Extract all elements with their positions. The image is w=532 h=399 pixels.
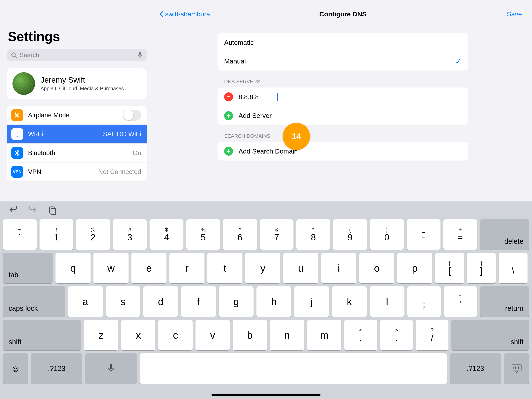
dns-option-manual[interactable]: Manual ✓ [217,52,468,71]
sidebar-item-vpn[interactable]: VPN VPN Not Connected [7,162,147,181]
key-\[interactable]: |\ [499,253,527,283]
clipboard-button[interactable] [48,206,57,215]
key-q[interactable]: q [56,253,90,283]
key-l[interactable]: l [370,286,405,317]
key-3[interactable]: #3 [113,219,147,250]
key-/[interactable]: ?/ [416,320,449,350]
key--[interactable]: _- [407,219,440,250]
key-.[interactable]: >. [380,320,413,350]
sidebar-item-bluetooth[interactable]: Bluetooth On [7,143,147,162]
add-search-domain-row[interactable]: Add Search Domain [217,142,468,161]
key-a[interactable]: a [68,286,103,317]
key-k[interactable]: k [332,286,367,317]
key-][interactable]: }] [467,253,496,283]
key-b[interactable]: b [233,320,267,350]
avatar [13,72,35,95]
dictate-icon[interactable] [137,52,143,59]
key-h[interactable]: h [256,286,291,317]
back-label: swift-shambura [165,10,210,18]
key-e[interactable]: e [132,253,166,283]
key-dictate[interactable] [85,354,137,384]
back-button[interactable]: swift-shambura [158,10,210,18]
key-o[interactable]: o [359,253,394,283]
content-pane: swift-shambura Configure DNS Save Automa… [154,0,532,201]
key-i[interactable]: i [321,253,356,283]
sidebar-item-airplane[interactable]: Airplane Mode [7,106,147,124]
airplane-icon [11,109,23,121]
dns-server-input[interactable] [239,93,278,101]
account-name: Jeremy Swift [40,76,124,84]
undo-button[interactable] [9,206,18,215]
search-input[interactable] [19,51,137,59]
key-n[interactable]: n [270,320,304,350]
key-[[interactable]: {[ [435,253,464,283]
key-emoji[interactable]: ☺ [3,354,28,384]
key-`[interactable]: ~` [3,219,37,250]
redo-button[interactable] [28,206,37,215]
key-7[interactable]: &7 [260,219,294,250]
key-shift-left[interactable]: shift [3,320,81,350]
key-,[interactable]: <, [344,320,377,350]
key-1[interactable]: !1 [39,219,73,250]
remove-icon[interactable] [224,92,233,101]
key-num-right[interactable]: .?123 [450,354,501,384]
key-c[interactable]: c [158,320,193,350]
key-0[interactable]: )0 [370,219,404,250]
key-tab[interactable]: tab [3,253,53,283]
key-;[interactable]: :; [407,286,441,317]
settings-title: Settings [8,29,147,44]
key-x[interactable]: x [121,320,155,350]
key-capslock[interactable]: caps lock [3,286,65,317]
key-6[interactable]: ^6 [223,219,257,250]
key-t[interactable]: t [207,253,242,283]
key-space[interactable] [140,354,447,384]
key-d[interactable]: d [143,286,178,317]
key-8[interactable]: *8 [296,219,330,250]
key-num-left[interactable]: .?123 [31,354,82,384]
key-5[interactable]: %5 [186,219,220,250]
airplane-toggle[interactable] [123,110,141,121]
key-g[interactable]: g [219,286,254,317]
airplane-label: Airplane Mode [28,111,123,119]
key-u[interactable]: u [283,253,318,283]
key-'[interactable]: "' [443,286,477,317]
key-9[interactable]: (9 [333,219,367,250]
key-dismiss[interactable] [504,354,529,384]
save-button[interactable]: Save [507,10,522,18]
key-4[interactable]: $4 [150,219,184,250]
key-return[interactable]: return [480,286,529,317]
search-field[interactable] [7,49,147,61]
wifi-label: Wi-Fi [28,130,103,138]
dns-server-row[interactable] [217,87,468,106]
dns-option-automatic[interactable]: Automatic [217,33,468,52]
bluetooth-label: Bluetooth [28,149,133,157]
key-p[interactable]: p [397,253,432,283]
search-domains-header: SEARCH DOMAINS [224,133,468,139]
key-r[interactable]: r [169,253,204,283]
key-m[interactable]: m [307,320,341,350]
key-s[interactable]: s [106,286,141,317]
key-j[interactable]: j [294,286,329,317]
key-=[interactable]: += [443,219,477,250]
sidebar-item-wifi[interactable]: Wi-Fi SALIDO WiFi [7,124,147,143]
add-icon[interactable] [224,111,233,120]
bluetooth-value: On [133,149,141,157]
text-cursor [277,93,278,101]
annotation-badge: 14 [283,123,310,150]
page-title: Configure DNS [154,10,532,18]
add-server-row[interactable]: Add Server [217,106,468,125]
key-y[interactable]: y [245,253,280,283]
key-f[interactable]: f [181,286,216,317]
key-shift-right[interactable]: shift [451,320,529,350]
home-indicator [211,394,321,396]
vpn-value: Not Connected [98,168,141,175]
key-w[interactable]: w [94,253,128,283]
account-card[interactable]: Jeremy Swift Apple ID, iCloud, Media & P… [7,68,147,99]
bluetooth-icon [11,147,23,159]
key-z[interactable]: z [84,320,118,350]
dns-servers-header: DNS SERVERS [224,79,468,85]
key-delete[interactable]: delete [480,219,529,250]
key-2[interactable]: @2 [76,219,110,250]
add-icon[interactable] [224,147,233,156]
key-v[interactable]: v [196,320,230,350]
